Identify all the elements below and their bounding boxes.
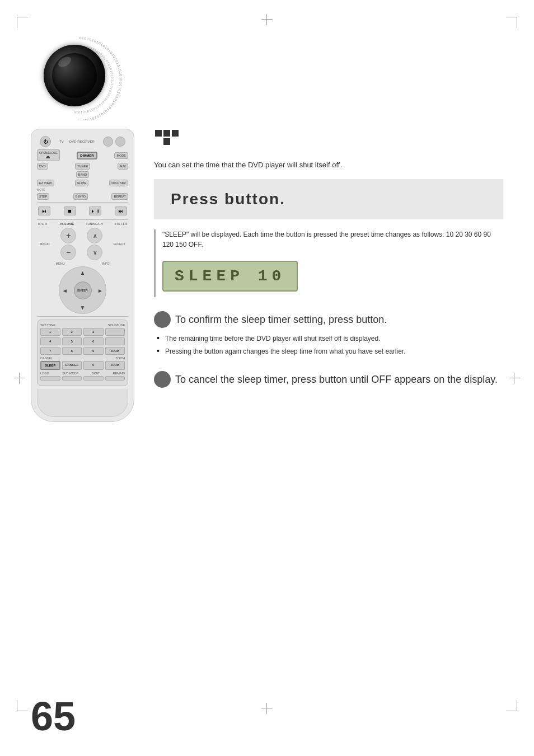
num-9-button[interactable]: 9	[83, 347, 104, 355]
divider-3	[37, 316, 128, 317]
crosshair-bottom	[261, 703, 273, 714]
tv-label: TV	[59, 140, 64, 143]
step-3-header: To cancel the sleep timer, press button …	[154, 371, 503, 388]
dvd-tuner-aux-row: DVD TUNER AUX	[37, 163, 128, 170]
page-number: 65	[31, 693, 76, 739]
tuner-button[interactable]: TUNER	[75, 163, 90, 170]
stop-button[interactable]: ⏹	[64, 206, 76, 215]
sleep-bullet-section: "SLEEP" will be displayed. Each time the…	[154, 229, 503, 297]
mode-button[interactable]: MODE	[114, 152, 128, 159]
num-8-button[interactable]: 8	[62, 347, 82, 355]
num-1-button[interactable]: 1	[40, 328, 60, 336]
corner-mark-tl	[17, 17, 28, 28]
svg-rect-5	[172, 130, 179, 137]
nav-right-arrow[interactable]: ►	[97, 287, 103, 293]
step-2-bullet-1: • The remaining time before the DVD play…	[157, 334, 503, 344]
binfo-button[interactable]: B.INFO	[73, 193, 88, 200]
prev-button[interactable]: ⏮	[38, 206, 50, 215]
tune-down-button[interactable]: ∨	[87, 245, 102, 260]
menu-info-row: MENU INFO	[37, 262, 128, 265]
step-2-bullet-2-text: Pressing the button again changes the sl…	[162, 346, 406, 357]
num-2-button[interactable]: 2	[62, 328, 82, 336]
intro-text: You can set the time that the DVD player…	[154, 161, 503, 169]
zoom-button[interactable]: ZOOM	[105, 347, 125, 355]
num-0-button[interactable]: 0	[83, 361, 104, 370]
lcd-display-area: SLEEP 10	[162, 255, 503, 297]
slow-button[interactable]: SLOW	[75, 180, 88, 186]
open-close-button[interactable]: OPEN/CLOSE ⏏	[37, 149, 60, 161]
content-right: You can set the time that the DVD player…	[154, 129, 503, 399]
lens-highlight	[57, 55, 73, 69]
tuning-label: TUNING/CH	[86, 222, 103, 226]
corner-mark-tr	[506, 17, 517, 28]
svg-rect-4	[163, 130, 170, 137]
vol-tune-buttons: MAGIC + − ∧ ∨ EFFECT	[37, 228, 128, 260]
divider-1	[37, 202, 128, 203]
vol-down-button[interactable]: −	[60, 245, 76, 260]
nav-circle: ▲ ▼ ◄ ► ENTER	[59, 266, 106, 314]
disc-skip-button[interactable]: DISC SKP	[109, 180, 128, 186]
crosshair-right	[509, 373, 520, 384]
dimmer-button[interactable]: DIMMER	[77, 152, 97, 159]
sleep-icon-area	[154, 129, 503, 156]
sleep-button[interactable]: SLEEP	[40, 361, 60, 370]
num-6-button[interactable]: 6	[83, 337, 104, 345]
crosshair-left	[14, 373, 25, 384]
corner-mark-br	[506, 700, 517, 711]
crosshair-top	[261, 14, 273, 25]
dvd-circle-btn[interactable]	[115, 137, 125, 147]
tuning-controls: ∧ ∨	[87, 228, 102, 260]
open-dimmer-mode-row: OPEN/CLOSE ⏏ DIMMER MODE	[37, 149, 128, 161]
next-button[interactable]: ⏭	[115, 206, 127, 215]
ez-view-button[interactable]: EZ VIEW	[37, 180, 54, 186]
digit-btn[interactable]	[83, 376, 104, 381]
main-content: ⏻ TV DVD RECEIVER OPEN/CLOSE ⏏ DIMMER MO…	[31, 129, 503, 700]
press-button-box: Press button.	[154, 179, 503, 219]
volume-tuning-area: ⅡPLI Ⅱ VOLUME TUNING/CH ⅡTS FL Ⅱ	[37, 222, 128, 226]
remain-btn[interactable]	[105, 376, 125, 381]
cancel-btn[interactable]: CANCEL	[62, 361, 82, 370]
sleep-bullet-1: "SLEEP" will be displayed. Each time the…	[162, 229, 503, 250]
tv-circle-btn[interactable]	[103, 137, 113, 147]
effect-label: EFFECT	[114, 242, 125, 246]
step-2-circle	[154, 311, 171, 328]
nav-down-arrow[interactable]: ▼	[80, 304, 86, 311]
nav-up-arrow[interactable]: ▲	[80, 270, 86, 276]
logo-remain-labels: LOGO SUB MODE DIGIT REMAIN	[40, 372, 125, 375]
tune-up-button[interactable]: ∧	[87, 228, 102, 243]
band-button[interactable]: BAND	[76, 171, 89, 178]
svg-point-9	[154, 312, 170, 327]
step-3-text: To cancel the sleep timer, press button …	[175, 374, 498, 386]
dvd-button[interactable]: DVD	[37, 163, 48, 170]
step-2-bullet-1-text: The remaining time before the DVD player…	[162, 334, 381, 344]
svg-point-10	[154, 372, 170, 387]
ez-labels-row: MOTS	[37, 188, 128, 191]
power-button[interactable]: ⏻	[40, 136, 51, 147]
vol-up-button[interactable]: +	[60, 228, 76, 243]
set-tone-button[interactable]	[105, 328, 125, 336]
sub-mode-btn[interactable]	[62, 376, 82, 381]
repeat-button[interactable]: REPEAT	[111, 193, 128, 200]
step-binfo-repeat-row: STEP B.INFO REPEAT	[37, 193, 128, 200]
num-3-button[interactable]: 3	[83, 328, 104, 336]
dvd-label: DVD RECEIVER	[69, 140, 95, 143]
lcd-text: SLEEP 10	[175, 267, 285, 285]
step-2-bullets: • The remaining time before the DVD play…	[154, 334, 503, 357]
aux-button[interactable]: AUX	[118, 163, 128, 170]
enter-button[interactable]: ENTER	[74, 281, 92, 299]
sub-mode-label: SUB MODE	[62, 372, 78, 375]
remote-number-section: SET.TONE SOUND INF 1 2 3 4 5 6 7 8 9 ZOO…	[37, 320, 128, 386]
num-5-button[interactable]: 5	[62, 337, 82, 345]
remote-control-container: ⏻ TV DVD RECEIVER OPEN/CLOSE ⏏ DIMMER MO…	[31, 129, 143, 422]
num-4-button[interactable]: 4	[40, 337, 60, 345]
nav-left-arrow[interactable]: ◄	[62, 287, 68, 293]
remote-bottom	[37, 389, 128, 417]
step-button[interactable]: STEP	[37, 193, 49, 200]
logo-btn[interactable]	[40, 376, 60, 381]
num-7-button[interactable]: 7	[40, 347, 60, 355]
play-pause-button[interactable]: ⏵⏸	[89, 206, 101, 215]
lens-inner	[52, 53, 97, 98]
cancel-label: CANCEL	[40, 356, 53, 360]
sound-inf-button[interactable]	[105, 337, 125, 345]
zoom-btn2[interactable]: ZOOM	[105, 361, 125, 370]
